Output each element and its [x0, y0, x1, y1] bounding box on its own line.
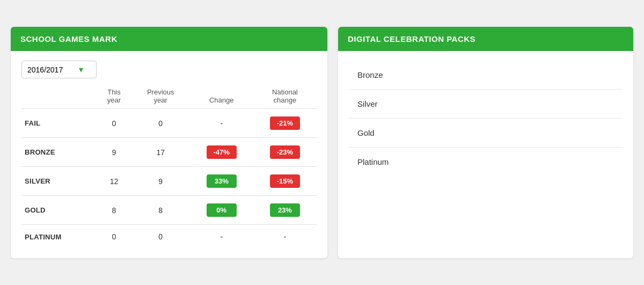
row-change: - [190, 225, 253, 249]
row-national-change: -23% [253, 138, 317, 167]
list-item[interactable]: Bronze [349, 61, 623, 90]
row-prev-year: 0 [131, 109, 190, 138]
national-change-badge: -23% [270, 145, 300, 159]
col-national-change: Nationalchange [253, 84, 317, 109]
change-badge: 33% [207, 174, 237, 188]
stats-table: Thisyear Previousyear Change Nationalcha… [21, 84, 317, 249]
change-badge: 0% [207, 203, 237, 217]
row-this-year: 0 [97, 225, 131, 249]
row-label: FAIL [21, 109, 97, 138]
row-change: 0% [190, 196, 253, 225]
row-prev-year: 17 [131, 138, 190, 167]
row-prev-year: 0 [131, 225, 190, 249]
row-label: BRONZE [21, 138, 97, 167]
row-national-change: 23% [253, 196, 317, 225]
row-change: - [190, 109, 253, 138]
chevron-down-icon: ▾ [79, 64, 83, 75]
row-label: SILVER [21, 167, 97, 196]
row-national-change: -15% [253, 167, 317, 196]
row-this-year: 0 [97, 109, 131, 138]
row-label: GOLD [21, 196, 97, 225]
table-row: PLATINUM00-- [21, 225, 317, 249]
celebration-list: BronzeSilverGoldPlatinum [349, 61, 623, 176]
row-prev-year: 9 [131, 167, 190, 196]
national-change-badge: 23% [270, 203, 300, 217]
table-row: GOLD880%23% [21, 196, 317, 225]
row-this-year: 9 [97, 138, 131, 167]
table-row: SILVER12933%-15% [21, 167, 317, 196]
col-prev-year: Previousyear [131, 84, 190, 109]
row-national-change: -21% [253, 109, 317, 138]
school-games-title: SCHOOL GAMES MARK [11, 27, 327, 51]
col-label [21, 84, 97, 109]
year-value: 2016/2017 [27, 65, 63, 74]
digital-celebration-card: DIGITAL CELEBRATION PACKS BronzeSilverGo… [338, 27, 633, 258]
main-container: SCHOOL GAMES MARK 2016/2017 ▾ Thisyear P… [11, 27, 633, 258]
row-prev-year: 8 [131, 196, 190, 225]
national-change-badge: -15% [270, 174, 300, 188]
row-change: -47% [190, 138, 253, 167]
school-games-card: SCHOOL GAMES MARK 2016/2017 ▾ Thisyear P… [11, 27, 327, 258]
change-badge: -47% [207, 145, 237, 159]
national-change-badge: -21% [270, 116, 300, 130]
row-label: PLATINUM [21, 225, 97, 249]
list-item[interactable]: Silver [349, 90, 623, 119]
digital-celebration-body: BronzeSilverGoldPlatinum [338, 51, 633, 186]
row-this-year: 12 [97, 167, 131, 196]
row-this-year: 8 [97, 196, 131, 225]
table-row: BRONZE917-47%-23% [21, 138, 317, 167]
digital-celebration-title: DIGITAL CELEBRATION PACKS [338, 27, 633, 51]
school-games-body: 2016/2017 ▾ Thisyear Previousyear Change… [11, 51, 327, 258]
row-national-change: - [253, 225, 317, 249]
list-item[interactable]: Platinum [349, 148, 623, 176]
year-selector[interactable]: 2016/2017 ▾ [21, 61, 97, 78]
col-change: Change [190, 84, 253, 109]
row-change: 33% [190, 167, 253, 196]
col-this-year: Thisyear [97, 84, 131, 109]
list-item[interactable]: Gold [349, 119, 623, 148]
table-row: FAIL00--21% [21, 109, 317, 138]
